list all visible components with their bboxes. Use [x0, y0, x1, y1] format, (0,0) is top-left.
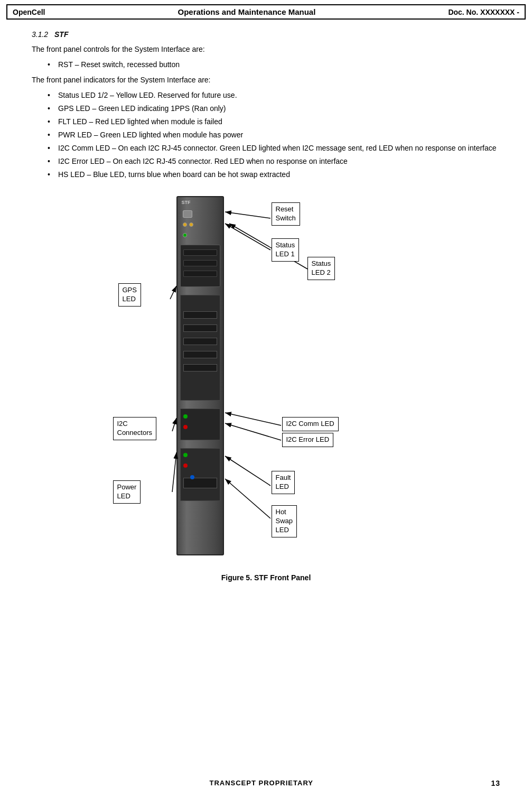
- i2c-connectors-callout: I2CConnectors: [113, 417, 156, 440]
- status-led2-visual: [189, 222, 193, 227]
- controls-bullet-1: RST – Reset switch, recessed button: [48, 59, 500, 70]
- svg-line-5: [172, 418, 176, 431]
- section-title: STF: [54, 30, 68, 39]
- conn-slot-2: [183, 260, 217, 266]
- status-led1-callout: StatusLED 1: [272, 238, 300, 262]
- figure-caption: Figure 5. STF Front Panel: [81, 573, 451, 582]
- controls-bullet-list: RST – Reset switch, recessed button: [48, 59, 500, 70]
- panel-label: STF: [182, 200, 191, 205]
- indicator-bullet-5: I2C Comm LED – On each I2C RJ-45 connect…: [48, 143, 500, 154]
- svg-line-10: [225, 479, 270, 518]
- svg-line-6: [225, 413, 281, 425]
- indicators-intro: The front panel indicators for the Syste…: [32, 75, 500, 86]
- indicator-bullet-2: GPS LED – Green LED indicating 1PPS (Ran…: [48, 103, 500, 114]
- i2c-comm-led-visual: [183, 414, 188, 419]
- page-header: OpenCell Operations and Maintenance Manu…: [6, 4, 526, 20]
- hs-led-visual: [190, 475, 194, 479]
- fault-led-callout: FaultLED: [272, 471, 295, 494]
- svg-line-2: [225, 224, 270, 250]
- section-number: 3.1.2: [32, 30, 48, 39]
- svg-line-9: [225, 456, 270, 486]
- mid-slot-2: [183, 324, 217, 332]
- main-content: 3.1.2 STF The front panel controls for t…: [32, 30, 500, 577]
- conn-slot-1: [183, 249, 217, 256]
- power-led-callout: PowerLED: [113, 480, 141, 504]
- power-section: [180, 448, 220, 501]
- mid-slot-5: [183, 364, 217, 372]
- fault-led-visual: [183, 463, 188, 468]
- figure-container: STF: [81, 191, 451, 577]
- indicator-bullet-7: HS LED – Blue LED, turns blue when board…: [48, 169, 500, 180]
- svg-line-1: [225, 212, 270, 218]
- middle-section: [180, 295, 220, 401]
- i2c-section: [180, 409, 220, 440]
- status-led1-visual: [183, 222, 187, 227]
- reset-button-visual: [183, 210, 192, 218]
- hs-connector: [183, 478, 217, 488]
- reset-switch-callout: ResetSwitch: [272, 202, 300, 226]
- svg-line-4: [170, 286, 176, 299]
- header-company: OpenCell: [13, 8, 45, 16]
- page-number: 13: [491, 779, 500, 787]
- i2c-error-led-callout: I2C Error LED: [282, 433, 334, 447]
- gps-led-visual: [183, 233, 187, 237]
- hot-swap-led-callout: HotSwapLED: [272, 505, 297, 537]
- mid-slot-3: [183, 338, 217, 345]
- power-led-visual: [183, 453, 188, 457]
- indicator-bullet-6: I2C Error LED – On each I2C RJ-45 connec…: [48, 156, 500, 167]
- gps-led-callout: GPSLED: [118, 283, 141, 307]
- header-docno: Doc. No. XXXXXXX -: [448, 8, 519, 16]
- mid-slot-1: [183, 311, 217, 319]
- connectors-top: [180, 245, 220, 287]
- controls-intro: The front panel controls for the System …: [32, 44, 500, 55]
- mid-slot-4: [183, 351, 217, 358]
- indicators-bullet-list: Status LED 1/2 – Yellow LED. Reserved fo…: [48, 90, 500, 180]
- i2c-error-led-visual: [183, 425, 188, 429]
- section-heading: 3.1.2 STF: [32, 30, 500, 39]
- header-title: Operations and Maintenance Manual: [178, 7, 315, 16]
- svg-line-7: [225, 423, 281, 440]
- indicator-bullet-4: PWR LED – Green LED lighted when module …: [48, 129, 500, 141]
- arrow-overlay: [81, 191, 451, 577]
- footer-proprietary: TRANSCEPT PROPRIETARY: [32, 779, 491, 787]
- status-led2-callout: StatusLED 2: [307, 257, 335, 280]
- device-panel: STF: [176, 196, 224, 555]
- indicator-bullet-3: FLT LED – Red LED lighted when module is…: [48, 116, 500, 127]
- page-footer: TRANSCEPT PROPRIETARY 13: [0, 779, 532, 787]
- indicator-bullet-1: Status LED 1/2 – Yellow LED. Reserved fo…: [48, 90, 500, 101]
- conn-slot-3: [183, 271, 217, 277]
- i2c-comm-led-callout: I2C Comm LED: [282, 417, 339, 431]
- svg-line-8: [172, 452, 176, 492]
